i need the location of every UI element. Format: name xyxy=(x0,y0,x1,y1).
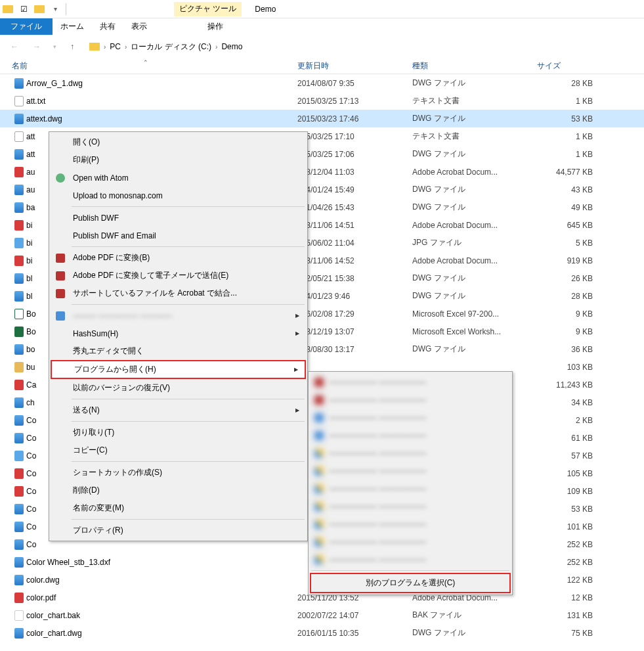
up-button[interactable]: ↑ xyxy=(63,37,81,56)
ctx-upload-monosnap[interactable]: Upload to monosnap.com xyxy=(51,187,306,204)
ctx-hidemaru[interactable]: 秀丸エディタで開く xyxy=(51,342,306,360)
chevron-right-icon: › xyxy=(104,43,106,51)
file-size: 11,243 KB xyxy=(537,380,593,390)
file-name: color_chart.bak xyxy=(26,611,297,620)
ctx-cut[interactable]: 切り取り(T) xyxy=(51,424,306,441)
file-icon xyxy=(12,291,26,302)
ctx-open-atom[interactable]: Open with Atom xyxy=(51,169,306,187)
app-icon xyxy=(56,311,65,321)
col-name[interactable]: 名前 ⌃ xyxy=(12,60,297,72)
submenu-app-item[interactable]: —————— —————— xyxy=(310,480,511,497)
tab-home[interactable]: ホーム xyxy=(53,18,92,35)
submenu-app-item[interactable]: —————— —————— xyxy=(310,533,511,550)
ctx-print[interactable]: 印刷(P) xyxy=(51,151,306,169)
ctx-send-to[interactable]: 送る(N) xyxy=(51,401,306,419)
tab-share[interactable]: 共有 xyxy=(92,18,123,35)
file-size: 1 KB xyxy=(537,97,593,106)
submenu-app-item[interactable]: —————— —————— xyxy=(310,391,511,409)
file-type: DWG ファイル xyxy=(412,290,537,302)
qat-folder-icon[interactable] xyxy=(32,5,47,13)
table-row[interactable]: color_chart.bak2002/07/22 14:07BAK ファイル1… xyxy=(0,606,644,624)
app-icon xyxy=(313,376,325,388)
crumb-folder[interactable]: Demo xyxy=(221,42,242,51)
file-size: 57 KB xyxy=(537,451,593,460)
crumb-pc[interactable]: PC xyxy=(110,42,121,51)
submenu-app-item[interactable]: —————— —————— xyxy=(310,426,511,444)
submenu-app-item[interactable]: —————— —————— xyxy=(310,497,511,515)
ctx-open-with[interactable]: プログラムから開く(H) xyxy=(51,360,306,379)
ctx-adobe-pdf[interactable]: Adobe PDF に変換(B) xyxy=(51,249,306,267)
app-icon xyxy=(313,430,325,441)
file-name: color.pdf xyxy=(26,593,297,602)
col-size[interactable]: サイズ xyxy=(537,60,599,72)
file-icon xyxy=(12,114,26,124)
app-icon xyxy=(313,394,325,406)
file-icon xyxy=(12,415,26,426)
file-icon xyxy=(12,593,26,603)
file-icon xyxy=(12,433,26,443)
file-size: 105 KB xyxy=(537,469,593,478)
file-size: 252 KB xyxy=(537,558,593,567)
tab-operate[interactable]: 操作 xyxy=(200,18,231,35)
ctx-publish-dwf[interactable]: Publish DWF xyxy=(51,209,306,227)
app-icon xyxy=(313,412,325,424)
ctx-blurred-item[interactable]: ——— ————— ———— xyxy=(51,307,306,325)
col-type[interactable]: 種類 xyxy=(412,60,537,72)
file-size: 43 KB xyxy=(537,185,593,194)
ctx-prev-versions[interactable]: 以前のバージョンの復元(V) xyxy=(51,379,306,397)
nav-dropdown-icon[interactable]: ▾ xyxy=(50,37,59,56)
ctx-open[interactable]: 開く(O) xyxy=(51,133,306,151)
column-headers: 名前 ⌃ 更新日時 種類 サイズ xyxy=(0,58,644,74)
file-icon xyxy=(12,202,26,213)
contextual-tab[interactable]: ピクチャ ツール xyxy=(174,2,242,16)
file-type: BAK ファイル xyxy=(412,610,537,621)
file-size: 75 KB xyxy=(537,629,593,638)
file-icon xyxy=(12,256,26,266)
submenu-app-item[interactable]: —————— —————— xyxy=(310,373,511,391)
submenu-choose-another[interactable]: 別のプログラムを選択(C) xyxy=(310,573,511,593)
ctx-hashsum[interactable]: HashSum(H) xyxy=(51,325,306,342)
file-name: color_chart.dwg xyxy=(26,629,297,638)
ctx-rename[interactable]: 名前の変更(M) xyxy=(51,499,306,517)
forward-button[interactable]: → xyxy=(28,37,46,56)
ctx-adobe-combine[interactable]: サポートしているファイルを Acrobat で結合... xyxy=(51,284,306,302)
back-button[interactable]: ← xyxy=(5,37,24,56)
qat-dropdown-icon[interactable]: ▾ xyxy=(47,5,63,12)
ctx-delete[interactable]: 削除(D) xyxy=(51,482,306,499)
ctx-adobe-pdf-email[interactable]: Adobe PDF に変換して電子メールで送信(E) xyxy=(51,267,306,284)
file-date: 015/03/25 17:10 xyxy=(297,132,412,141)
breadcrumb[interactable]: › PC › ローカル ディスク (C:) › Demo xyxy=(89,41,242,53)
submenu-app-item[interactable]: —————— —————— xyxy=(310,409,511,426)
qat-checkbox-icon[interactable]: ☑ xyxy=(16,5,32,14)
app-icon xyxy=(313,518,325,530)
separator xyxy=(72,461,305,462)
table-row[interactable]: attext.dwg2015/03/23 17:46DWG ファイル53 KB xyxy=(0,110,644,127)
chevron-right-icon: › xyxy=(125,43,127,51)
file-icon xyxy=(12,575,26,585)
file-icon xyxy=(12,273,26,284)
submenu-app-item[interactable]: —————— —————— xyxy=(310,550,511,568)
ctx-properties[interactable]: プロパティ(R) xyxy=(51,522,306,539)
ctx-create-shortcut[interactable]: ショートカットの作成(S) xyxy=(51,464,306,482)
file-icon xyxy=(12,451,26,461)
file-icon xyxy=(12,167,26,177)
titlebar: ☑ ▾ ピクチャ ツール Demo xyxy=(0,0,644,18)
file-size: 1 KB xyxy=(537,132,593,141)
file-size: 61 KB xyxy=(537,434,593,443)
table-row[interactable]: att.txt2015/03/25 17:13テキスト文書1 KB xyxy=(0,92,644,110)
crumb-drive[interactable]: ローカル ディスク (C:) xyxy=(131,41,211,53)
tab-view[interactable]: 表示 xyxy=(123,18,155,35)
tab-file[interactable]: ファイル xyxy=(0,18,53,35)
col-date[interactable]: 更新日時 xyxy=(297,60,412,72)
app-icon xyxy=(313,536,325,548)
ctx-copy[interactable]: コピー(C) xyxy=(51,441,306,459)
file-icon xyxy=(12,131,26,142)
table-row[interactable]: color_chart.dwg2016/01/15 10:35DWG ファイル7… xyxy=(0,624,644,642)
file-icon xyxy=(12,362,26,372)
file-size: 12 KB xyxy=(537,593,593,602)
submenu-app-item[interactable]: —————— —————— xyxy=(310,444,511,462)
submenu-app-item[interactable]: —————— —————— xyxy=(310,515,511,533)
ctx-publish-dwf-email[interactable]: Publish DWF and Email xyxy=(51,227,306,244)
table-row[interactable]: Arrow_G_1.dwg2014/08/07 9:35DWG ファイル28 K… xyxy=(0,74,644,92)
submenu-app-item[interactable]: —————— —————— xyxy=(310,462,511,480)
